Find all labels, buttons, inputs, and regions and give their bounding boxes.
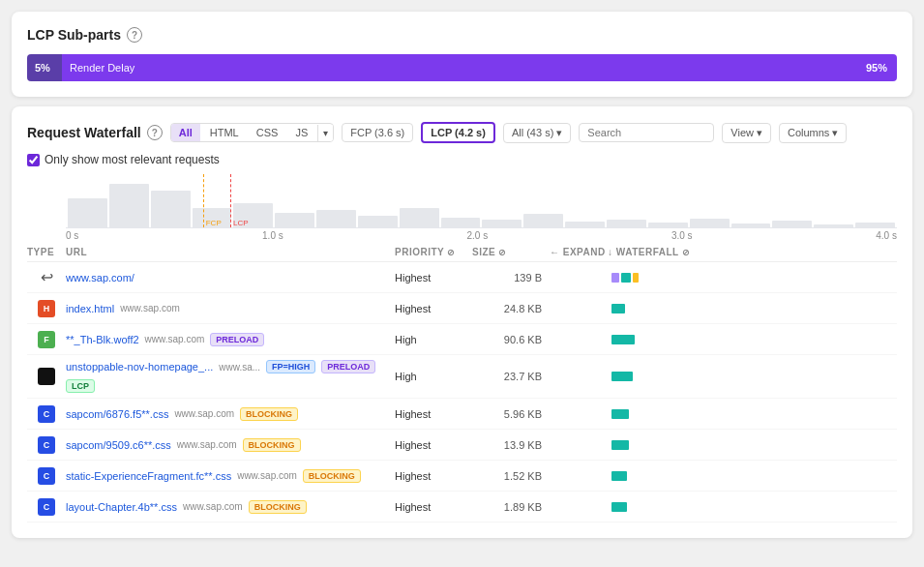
row-waterfall <box>608 502 897 512</box>
waterfall-help-icon2[interactable]: ⊘ <box>682 248 691 257</box>
waterfall-toolbar: Request Waterfall ? All HTML CSS JS ▾ FC… <box>27 122 897 143</box>
table-row: C static-ExperienceFragment.fc**.css www… <box>27 461 897 492</box>
filter-html-btn[interactable]: HTML <box>202 124 247 141</box>
row-waterfall <box>608 273 897 283</box>
row-waterfall <box>608 335 897 344</box>
row-waterfall <box>608 372 897 381</box>
table-row: C sapcom/6876.f5**.css www.sap.com BLOCK… <box>27 399 897 430</box>
row-waterfall <box>608 304 897 313</box>
row-priority: High <box>395 371 472 382</box>
row-waterfall <box>608 409 897 419</box>
col-waterfall[interactable]: ↓ WATERFALL ⊘ <box>608 247 897 257</box>
row-waterfall <box>608 471 897 481</box>
row-url[interactable]: index.html www.sap.com <box>66 303 395 314</box>
fcp-marker: FCP <box>203 174 204 227</box>
row-size: 90.6 KB <box>472 334 550 345</box>
row-url[interactable]: **_Th-Blk.woff2 www.sap.com PRELOAD <box>66 333 395 346</box>
columns-btn[interactable]: Columns ▾ <box>779 123 847 143</box>
row-size: 24.8 KB <box>472 303 550 314</box>
filter-type-dropdown[interactable]: ▾ <box>317 125 333 141</box>
row-icon: C <box>27 467 66 485</box>
table-row: C sapcom/9509.c6**.css www.sap.com BLOCK… <box>27 430 897 461</box>
lcp-progress-bar: 5% Render Delay 95% <box>27 54 897 81</box>
lcp-left-pct: 5% <box>27 54 62 81</box>
table-row: F **_Th-Blk.woff2 www.sap.com PRELOAD Hi… <box>27 324 897 355</box>
table-row: C layout-Chapter.4b**.css www.sap.com BL… <box>27 492 897 522</box>
row-priority: Highest <box>395 501 472 513</box>
lcp-title-text: LCP Sub-parts <box>27 27 121 43</box>
row-size: 139 B <box>472 272 550 284</box>
row-priority: High <box>395 334 472 345</box>
filter-all-btn[interactable]: All <box>171 124 200 141</box>
col-type: TYPE <box>27 247 66 257</box>
table-row: unstoppable-nov-homepage_... www.sa... F… <box>27 355 897 399</box>
filter-js-btn[interactable]: JS <box>287 124 315 141</box>
waterfall-title: Request Waterfall ? <box>27 125 163 140</box>
filter-css-btn[interactable]: CSS <box>249 124 286 141</box>
row-size: 1.89 KB <box>472 501 550 513</box>
row-size: 23.7 KB <box>472 371 550 382</box>
row-icon: H <box>27 300 66 317</box>
row-icon: C <box>27 405 66 423</box>
lcp-btn[interactable]: LCP (4.2 s) <box>421 122 495 143</box>
row-size: 1.52 KB <box>472 470 550 482</box>
row-url[interactable]: unstoppable-nov-homepage_... www.sa... F… <box>66 360 395 393</box>
lcp-subparts-title: LCP Sub-parts ? <box>27 27 897 43</box>
timeline-labels: 0 s 1.0 s 2.0 s 3.0 s 4.0 s <box>66 228 897 243</box>
col-expand[interactable]: ← EXPAND <box>550 247 608 257</box>
row-icon: C <box>27 498 66 516</box>
all-time-btn[interactable]: All (43 s) ▾ <box>503 123 571 143</box>
row-size: 5.96 KB <box>472 408 550 420</box>
row-url[interactable]: static-ExperienceFragment.fc**.css www.s… <box>66 469 395 483</box>
row-url[interactable]: sapcom/6876.f5**.css www.sap.com BLOCKIN… <box>66 407 395 421</box>
waterfall-help-icon[interactable]: ? <box>147 125 163 140</box>
col-url: URL <box>66 247 395 257</box>
fcp-btn[interactable]: FCP (3.6 s) <box>342 123 413 142</box>
lcp-bar-fill: Render Delay <box>62 54 858 81</box>
row-priority: Highest <box>395 272 472 284</box>
col-priority: PRIORITY ⊘ <box>395 247 472 257</box>
row-icon: ↩ <box>27 268 66 286</box>
row-icon <box>27 368 66 385</box>
table-row: H index.html www.sap.com Highest 24.8 KB <box>27 293 897 324</box>
row-url[interactable]: layout-Chapter.4b**.css www.sap.com BLOC… <box>66 500 395 514</box>
lcp-right-pct: 95% <box>858 54 897 81</box>
col-size: SIZE ⊘ <box>472 247 550 257</box>
row-priority: Highest <box>395 439 472 451</box>
relevant-requests-checkbox[interactable]: Only show most relevant requests <box>27 153 897 166</box>
row-icon: F <box>27 331 66 348</box>
row-url[interactable]: sapcom/9509.c6**.css www.sap.com BLOCKIN… <box>66 438 395 452</box>
table-row: ↩ www.sap.com/ Highest 139 B <box>27 262 897 293</box>
row-icon: C <box>27 436 66 454</box>
type-filter-group: All HTML CSS JS ▾ <box>170 123 334 142</box>
view-btn[interactable]: View ▾ <box>722 123 771 143</box>
size-help-icon[interactable]: ⊘ <box>498 248 507 257</box>
search-input[interactable] <box>579 123 714 142</box>
lcp-help-icon[interactable]: ? <box>127 27 142 43</box>
row-priority: Highest <box>395 470 472 482</box>
row-priority: Highest <box>395 303 472 314</box>
lcp-bar-label: Render Delay <box>70 62 134 74</box>
row-size: 13.9 KB <box>472 439 550 451</box>
row-waterfall <box>608 440 897 450</box>
priority-help-icon[interactable]: ⊘ <box>447 248 456 257</box>
lcp-marker: LCP <box>230 174 231 227</box>
table-header: TYPE URL PRIORITY ⊘ SIZE ⊘ ← EXPAND ↓ WA… <box>27 243 897 262</box>
row-priority: Highest <box>395 408 472 420</box>
row-url[interactable]: www.sap.com/ <box>66 272 395 284</box>
